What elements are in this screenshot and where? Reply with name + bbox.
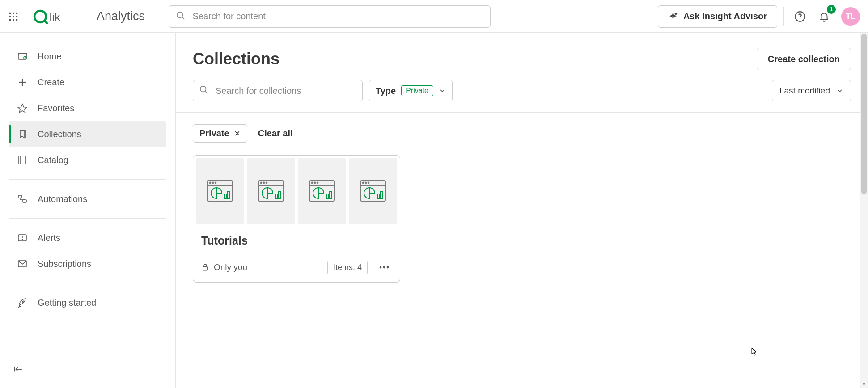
- global-search-input[interactable]: [169, 5, 491, 28]
- alert-icon: [17, 232, 28, 243]
- svg-point-57: [317, 182, 318, 184]
- svg-point-69: [383, 266, 385, 269]
- thumbnail: [349, 158, 397, 224]
- catalog-icon: [17, 155, 28, 165]
- sidebar-item-label: Subscriptions: [38, 259, 91, 269]
- sidebar-item-catalog[interactable]: Catalog: [9, 147, 166, 173]
- help-icon: [794, 11, 806, 22]
- card-more-button[interactable]: [377, 260, 392, 275]
- scrollbar[interactable]: ▼: [860, 33, 868, 388]
- svg-rect-45: [228, 191, 229, 198]
- qlik-logo[interactable]: lik: [33, 8, 84, 25]
- item-count-badge: Items: 4: [327, 261, 368, 274]
- svg-point-62: [363, 182, 364, 184]
- sidebar: Home Create Favorites Collections Catalo…: [0, 33, 176, 388]
- main: Collections Create collection Type Priva…: [176, 33, 868, 388]
- scrollbar-thumb[interactable]: [861, 34, 867, 194]
- svg-point-12: [177, 12, 183, 17]
- scrollbar-down-arrow[interactable]: ▼: [860, 380, 868, 388]
- svg-rect-59: [330, 191, 331, 198]
- sidebar-item-label: Home: [38, 51, 61, 62]
- svg-point-68: [380, 266, 382, 269]
- sort-dropdown[interactable]: Last modified: [772, 80, 851, 101]
- svg-point-30: [22, 240, 23, 240]
- sort-label: Last modified: [779, 86, 830, 96]
- svg-rect-6: [9, 19, 11, 21]
- svg-point-35: [200, 86, 206, 92]
- sidebar-item-label: Favorites: [38, 103, 74, 114]
- sidebar-item-home[interactable]: Home: [9, 43, 166, 69]
- avatar-initials: TL: [846, 12, 855, 21]
- sidebar-item-alerts[interactable]: Alerts: [9, 225, 166, 251]
- ask-insight-advisor-label: Ask Insight Advisor: [683, 11, 767, 21]
- svg-point-49: [263, 182, 265, 184]
- sidebar-item-label: Collections: [38, 129, 81, 139]
- svg-rect-8: [16, 19, 18, 21]
- type-filter-dropdown[interactable]: Type Private: [369, 80, 453, 101]
- svg-point-50: [266, 182, 267, 184]
- svg-text:lik: lik: [49, 10, 60, 23]
- svg-point-48: [261, 182, 262, 184]
- svg-point-15: [800, 18, 800, 19]
- bookmark-stack-icon: [17, 129, 28, 139]
- svg-point-56: [314, 182, 316, 184]
- sidebar-item-label: Getting started: [38, 298, 96, 308]
- svg-rect-26: [18, 195, 22, 198]
- layout: Home Create Favorites Collections Catalo…: [0, 33, 868, 388]
- divider: [9, 218, 166, 219]
- close-icon: [234, 130, 241, 137]
- svg-rect-3: [9, 16, 11, 17]
- create-collection-button[interactable]: Create collection: [757, 48, 851, 70]
- svg-rect-65: [377, 194, 379, 198]
- collection-card[interactable]: Tutorials Only you Items: 4: [193, 155, 400, 283]
- search-icon: [199, 85, 209, 97]
- divider: [783, 7, 784, 26]
- svg-point-42: [212, 182, 214, 184]
- ask-insight-advisor-button[interactable]: Ask Insight Advisor: [658, 5, 777, 28]
- svg-rect-2: [16, 12, 18, 14]
- sidebar-item-favorites[interactable]: Favorites: [9, 95, 166, 121]
- grid-icon: [8, 12, 18, 21]
- svg-point-32: [22, 301, 24, 302]
- svg-rect-58: [326, 194, 328, 198]
- mail-icon: [17, 258, 28, 269]
- type-filter-selected-chip: Private: [401, 85, 433, 96]
- svg-rect-4: [13, 16, 14, 17]
- sidebar-item-collections[interactable]: Collections: [9, 121, 166, 147]
- sidebar-item-automations[interactable]: Automations: [9, 186, 166, 212]
- svg-rect-0: [9, 12, 11, 14]
- svg-marker-23: [18, 104, 27, 113]
- svg-rect-51: [275, 194, 277, 198]
- collapse-sidebar-button[interactable]: [9, 360, 27, 378]
- svg-rect-66: [381, 191, 382, 198]
- svg-rect-44: [224, 194, 226, 198]
- thumbnail: [247, 158, 295, 224]
- svg-rect-67: [203, 267, 208, 270]
- chevron-down-icon: [439, 87, 446, 94]
- svg-point-64: [368, 182, 369, 184]
- page-title: Collections: [193, 50, 279, 68]
- user-avatar[interactable]: TL: [841, 7, 860, 26]
- svg-point-63: [365, 182, 367, 184]
- topbar: lik Analytics Ask Insight Advisor: [0, 0, 868, 33]
- collections-search-input[interactable]: [193, 80, 363, 101]
- privacy-indicator: Only you: [201, 262, 247, 272]
- svg-rect-7: [13, 19, 14, 21]
- collapse-icon: [13, 364, 23, 374]
- app-chart-icon: [257, 178, 285, 204]
- svg-rect-24: [19, 156, 26, 164]
- help-button[interactable]: [790, 7, 810, 26]
- clear-all-filters-button[interactable]: Clear all: [258, 128, 293, 139]
- app-launcher-button[interactable]: [4, 8, 22, 25]
- sidebar-item-label: Automations: [38, 194, 87, 204]
- product-name: Analytics: [97, 9, 145, 23]
- svg-rect-5: [16, 16, 18, 17]
- sidebar-item-getting-started[interactable]: Getting started: [9, 290, 166, 316]
- notifications-button[interactable]: 1: [814, 7, 834, 26]
- svg-point-55: [312, 182, 313, 184]
- divider: [9, 283, 166, 283]
- divider: [9, 179, 166, 180]
- applied-filter-chip[interactable]: Private: [193, 124, 247, 143]
- sidebar-item-subscriptions[interactable]: Subscriptions: [9, 251, 166, 277]
- sidebar-item-create[interactable]: Create: [9, 69, 166, 95]
